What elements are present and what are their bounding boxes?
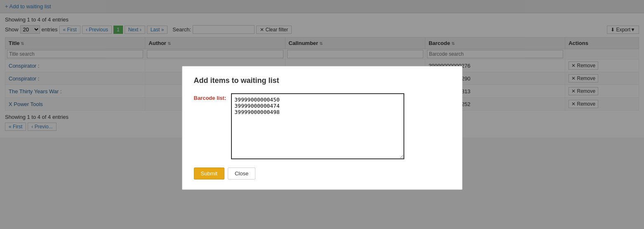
modal: Add items to waiting list Barcode list: …	[182, 66, 462, 137]
modal-title: Add items to waiting list	[194, 76, 451, 85]
barcode-list-textarea[interactable]	[231, 93, 404, 137]
modal-overlay: Add items to waiting list Barcode list: …	[0, 0, 644, 137]
modal-form: Barcode list:	[194, 93, 451, 137]
barcode-list-label: Barcode list:	[194, 93, 226, 101]
